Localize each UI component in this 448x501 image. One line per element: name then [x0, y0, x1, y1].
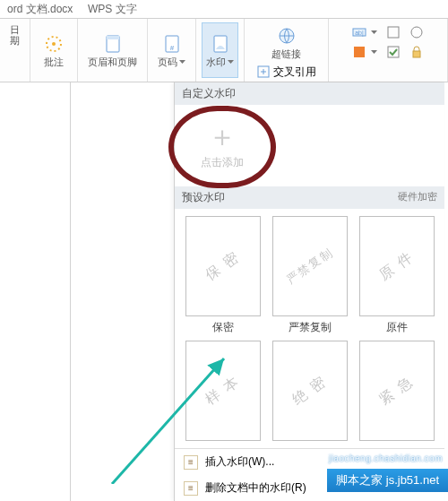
menu-insert-label: 插入水印(W)...: [205, 454, 274, 470]
lock-button[interactable]: [407, 44, 426, 60]
svg-rect-3: [107, 36, 119, 39]
app-name: WPS 文字: [88, 3, 137, 15]
wm-text: 保 密: [202, 247, 244, 285]
site-watermark: 脚本之家 js.jb51.net: [327, 469, 448, 492]
chevron-down-icon: [371, 30, 377, 34]
preset-thumb-sample[interactable]: 样 本: [185, 341, 261, 441]
lock-icon: [409, 45, 424, 59]
svg-text:#: #: [169, 44, 174, 52]
plus-icon: ＋: [207, 121, 237, 151]
preset-cell: 绝 密: [269, 341, 350, 441]
chevron-down-icon: [371, 50, 377, 54]
hyperlink-label: 超链接: [271, 48, 301, 59]
cross-reference-button[interactable]: 交叉引用: [254, 64, 319, 80]
preset-caption: 保密: [212, 320, 234, 335]
preset-cell: 原 件 原件: [356, 216, 437, 335]
ribbon: 日期 批注 页眉和页脚 # 页码 水印 超链接: [0, 18, 448, 82]
check-button[interactable]: [383, 44, 403, 60]
add-watermark-tile[interactable]: ＋ 点击添加: [191, 111, 254, 181]
preset-section-header: 预设水印 硬件加密: [175, 186, 444, 209]
field-icon: ab|: [352, 25, 366, 39]
wm-text: 样 本: [202, 372, 244, 410]
svg-point-12: [411, 27, 422, 38]
preset-cell: 样 本: [182, 341, 263, 441]
svg-rect-11: [388, 27, 399, 38]
group-misc: ab|: [329, 19, 448, 82]
add-watermark-label: 点击添加: [201, 155, 244, 170]
check-icon: [386, 45, 401, 59]
preset-thumb-urgent[interactable]: 紧 急: [359, 341, 435, 441]
cross-reference-label: 交叉引用: [273, 65, 316, 80]
color-button[interactable]: [349, 44, 380, 60]
wm-text: 绝 密: [289, 372, 331, 410]
wm-text: 严禁复制: [283, 244, 336, 288]
menu-remove-label: 删除文档中的水印(R): [205, 480, 306, 496]
header-footer-label: 页眉和页脚: [88, 56, 137, 67]
object-icon: [386, 25, 401, 39]
preset-grid: 保 密 保密 严禁复制 严禁复制 原 件 原件 样 本 绝 密 紧 急: [175, 209, 444, 448]
svg-rect-15: [413, 51, 420, 57]
wm-text: 紧 急: [375, 372, 418, 410]
symbol-button[interactable]: [407, 24, 426, 40]
svg-rect-14: [388, 47, 399, 57]
group-links: 超链接 交叉引用 书签: [245, 19, 329, 82]
object-button[interactable]: [383, 24, 403, 40]
title-bar: ord 文档.docx WPS 文字: [0, 0, 448, 18]
cross-reference-icon: [256, 65, 271, 79]
insert-watermark-icon: ≡: [184, 455, 198, 470]
group-header-footer: 页眉和页脚: [78, 19, 148, 82]
custom-section-header: 自定义水印: [175, 82, 444, 105]
doc-name: ord 文档.docx: [7, 3, 73, 15]
page-number-button[interactable]: # 页码: [153, 22, 190, 78]
preset-cell: 严禁复制 严禁复制: [269, 216, 350, 335]
hyperlink-icon: [276, 25, 297, 47]
watermark-panel: 自定义水印 ＋ 点击添加 预设水印 硬件加密 保 密 保密 严禁复制 严禁复制 …: [174, 82, 444, 501]
wm-text: 原 件: [375, 247, 418, 285]
header-footer-button[interactable]: 页眉和页脚: [83, 22, 142, 78]
annotate-icon: [43, 33, 65, 55]
annotate-label: 批注: [44, 56, 64, 67]
svg-rect-6: [214, 36, 227, 52]
remove-watermark-icon: ≡: [184, 481, 198, 496]
preset-cell: 紧 急: [356, 341, 437, 441]
preset-section-title: 预设水印: [182, 190, 225, 205]
svg-rect-13: [354, 47, 365, 57]
preset-thumb-topsecret[interactable]: 绝 密: [272, 341, 348, 441]
preset-thumb-nocopy[interactable]: 严禁复制: [272, 216, 348, 316]
svg-text:ab|: ab|: [355, 30, 364, 37]
preset-cell: 保 密 保密: [182, 216, 263, 335]
color-icon: [352, 45, 366, 59]
preset-section-right: 硬件加密: [398, 190, 437, 205]
chevron-down-icon: [179, 60, 185, 64]
custom-watermark-area: ＋ 点击添加: [175, 105, 444, 186]
site-sub-watermark: jiaocheng.chashidian.com: [329, 453, 443, 463]
hyperlink-button[interactable]: 超链接: [267, 22, 306, 62]
date-label: 日期: [5, 24, 24, 46]
page-number-icon: #: [161, 33, 183, 55]
chevron-down-icon: [228, 60, 234, 64]
svg-point-1: [52, 42, 56, 46]
field-button[interactable]: ab|: [349, 24, 380, 40]
preset-caption: 严禁复制: [289, 320, 332, 335]
annotate-button[interactable]: 批注: [36, 22, 72, 78]
group-annotate: 批注: [30, 19, 78, 82]
symbol-icon: [409, 25, 424, 39]
preset-thumb-confidential[interactable]: 保 密: [185, 216, 261, 316]
preset-thumb-original[interactable]: 原 件: [359, 216, 435, 316]
custom-section-title: 自定义水印: [182, 86, 236, 101]
group-watermark: 水印: [196, 19, 245, 82]
watermark-label: 水印: [206, 56, 234, 67]
watermark-icon: [210, 33, 231, 55]
watermark-button[interactable]: 水印: [202, 22, 238, 78]
page-number-label: 页码: [158, 56, 185, 67]
document-edge: [70, 82, 71, 501]
group-date: 日期: [0, 19, 30, 82]
group-page-number: # 页码: [148, 19, 196, 82]
preset-caption: 原件: [386, 320, 408, 335]
header-footer-icon: [102, 33, 124, 55]
